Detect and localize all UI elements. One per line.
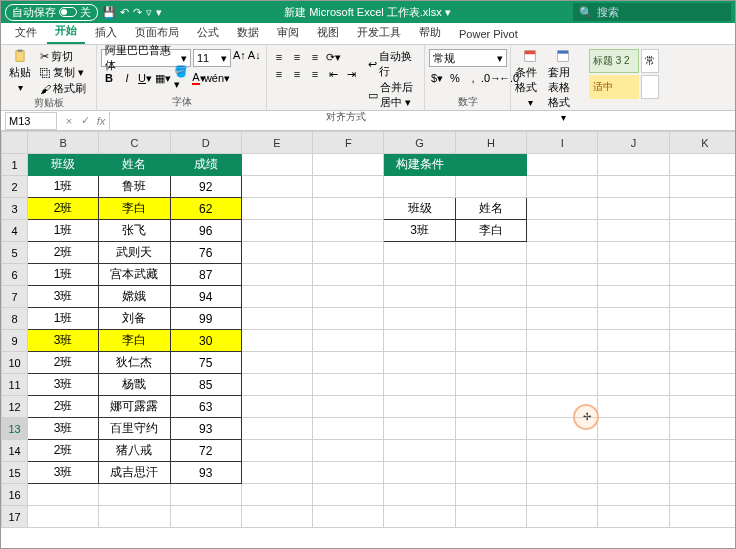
cell-B4[interactable]: 1班: [28, 220, 99, 242]
cell-I15[interactable]: [527, 462, 598, 484]
cell-J3[interactable]: [598, 198, 669, 220]
cell-I10[interactable]: [527, 352, 598, 374]
cell-D10[interactable]: 75: [170, 352, 241, 374]
column-header-G[interactable]: G: [384, 132, 455, 154]
style-more[interactable]: [641, 75, 659, 99]
cell-I14[interactable]: [527, 440, 598, 462]
row-header-4[interactable]: 4: [2, 220, 28, 242]
cell-D4[interactable]: 96: [170, 220, 241, 242]
cell-G10[interactable]: [384, 352, 455, 374]
cell-B9[interactable]: 3班: [28, 330, 99, 352]
cell-E10[interactable]: [241, 352, 312, 374]
column-header-E[interactable]: E: [241, 132, 312, 154]
cell-E17[interactable]: [241, 506, 312, 528]
cell-B3[interactable]: 2班: [28, 198, 99, 220]
cell-H10[interactable]: [455, 352, 526, 374]
cell-J12[interactable]: [598, 396, 669, 418]
cell-C4[interactable]: 张飞: [99, 220, 170, 242]
cell-J2[interactable]: [598, 176, 669, 198]
cell-E6[interactable]: [241, 264, 312, 286]
percent-icon[interactable]: %: [447, 70, 463, 86]
spreadsheet-grid[interactable]: BCDEFGHIJK1班级姓名成绩构建条件21班鲁班9232班李白62班级姓名4…: [1, 131, 735, 549]
cell-F17[interactable]: [313, 506, 384, 528]
cell-K10[interactable]: [669, 352, 735, 374]
cell-H14[interactable]: [455, 440, 526, 462]
cell-G9[interactable]: [384, 330, 455, 352]
cell-H6[interactable]: [455, 264, 526, 286]
tab-Power Pivot[interactable]: Power Pivot: [451, 24, 526, 44]
cell-J16[interactable]: [598, 484, 669, 506]
cell-F2[interactable]: [313, 176, 384, 198]
cell-I12[interactable]: [527, 396, 598, 418]
cell-B2[interactable]: 1班: [28, 176, 99, 198]
cell-J4[interactable]: [598, 220, 669, 242]
cell-K5[interactable]: [669, 242, 735, 264]
row-header-3[interactable]: 3: [2, 198, 28, 220]
tab-插入[interactable]: 插入: [87, 21, 125, 44]
bold-button[interactable]: B: [101, 70, 117, 86]
cell-F15[interactable]: [313, 462, 384, 484]
cell-F3[interactable]: [313, 198, 384, 220]
tab-开始[interactable]: 开始: [47, 19, 85, 44]
formula-input[interactable]: [109, 112, 735, 130]
cell-B1[interactable]: 班级: [28, 154, 99, 176]
cell-J11[interactable]: [598, 374, 669, 396]
copy-button[interactable]: ⿻ 复制 ▾: [38, 65, 88, 80]
align-middle-icon[interactable]: ≡: [289, 49, 305, 65]
row-header-11[interactable]: 11: [2, 374, 28, 396]
cell-E5[interactable]: [241, 242, 312, 264]
comma-icon[interactable]: ,: [465, 70, 481, 86]
currency-icon[interactable]: $▾: [429, 70, 445, 86]
cell-I17[interactable]: [527, 506, 598, 528]
cell-I9[interactable]: [527, 330, 598, 352]
cell-K8[interactable]: [669, 308, 735, 330]
cell-D17[interactable]: [170, 506, 241, 528]
cell-C7[interactable]: 嫦娥: [99, 286, 170, 308]
cell-G6[interactable]: [384, 264, 455, 286]
cell-H1[interactable]: [455, 154, 526, 176]
cell-B7[interactable]: 3班: [28, 286, 99, 308]
style-heading-3-2[interactable]: 标题 3 2: [589, 49, 639, 73]
cell-F16[interactable]: [313, 484, 384, 506]
row-header-10[interactable]: 10: [2, 352, 28, 374]
column-header-D[interactable]: D: [170, 132, 241, 154]
cell-K3[interactable]: [669, 198, 735, 220]
merge-center-button[interactable]: ▭ 合并后居中 ▾: [366, 80, 420, 110]
tab-公式[interactable]: 公式: [189, 21, 227, 44]
cell-F12[interactable]: [313, 396, 384, 418]
row-header-17[interactable]: 17: [2, 506, 28, 528]
fx-icon[interactable]: fx: [93, 112, 109, 130]
cell-B14[interactable]: 2班: [28, 440, 99, 462]
cell-G15[interactable]: [384, 462, 455, 484]
row-header-8[interactable]: 8: [2, 308, 28, 330]
cell-G4[interactable]: 3班: [384, 220, 455, 242]
row-header-9[interactable]: 9: [2, 330, 28, 352]
cell-K17[interactable]: [669, 506, 735, 528]
save-icon[interactable]: 💾: [102, 6, 116, 19]
cell-C10[interactable]: 狄仁杰: [99, 352, 170, 374]
cell-C16[interactable]: [99, 484, 170, 506]
cell-E2[interactable]: [241, 176, 312, 198]
row-header-13[interactable]: 13: [2, 418, 28, 440]
cell-I1[interactable]: [527, 154, 598, 176]
tab-页面布局[interactable]: 页面布局: [127, 21, 187, 44]
align-right-icon[interactable]: ≡: [307, 66, 323, 82]
cell-C17[interactable]: [99, 506, 170, 528]
cell-D14[interactable]: 72: [170, 440, 241, 462]
cell-E4[interactable]: [241, 220, 312, 242]
cell-I11[interactable]: [527, 374, 598, 396]
cell-D1[interactable]: 成绩: [170, 154, 241, 176]
underline-button[interactable]: U▾: [137, 70, 153, 86]
border-button[interactable]: ▦▾: [155, 70, 171, 86]
column-header-I[interactable]: I: [527, 132, 598, 154]
cell-C2[interactable]: 鲁班: [99, 176, 170, 198]
cell-E15[interactable]: [241, 462, 312, 484]
cell-D12[interactable]: 63: [170, 396, 241, 418]
redo-icon[interactable]: ↷: [133, 6, 142, 19]
font-size-dropdown[interactable]: 11▾: [193, 49, 231, 67]
cell-K2[interactable]: [669, 176, 735, 198]
cell-H2[interactable]: [455, 176, 526, 198]
row-header-6[interactable]: 6: [2, 264, 28, 286]
tab-数据[interactable]: 数据: [229, 21, 267, 44]
cell-K4[interactable]: [669, 220, 735, 242]
